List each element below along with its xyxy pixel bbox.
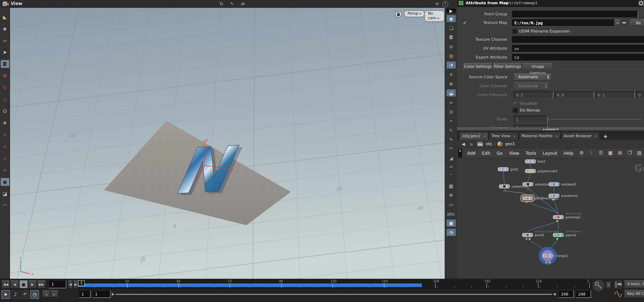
- network-node-font1[interactable]: font1: [525, 159, 545, 163]
- add-light-icon[interactable]: ✛: [446, 71, 456, 78]
- flipbook-icon[interactable]: ❏: [446, 24, 456, 31]
- export-attribute-input[interactable]: [512, 54, 644, 61]
- next-keyframe-button[interactable]: ▶: [50, 290, 58, 297]
- tab-color-settings[interactable]: Color Settings: [464, 63, 492, 70]
- viewer-light-icon[interactable]: ◔: [446, 229, 456, 236]
- curve-tool-icon[interactable]: ▱: [1, 36, 9, 44]
- audio-toggle-icon[interactable]: ♪: [11, 290, 20, 299]
- channel-scope-icon[interactable]: [614, 280, 622, 288]
- prim-normals-icon[interactable]: ◢: [446, 154, 456, 162]
- select-tool-icon[interactable]: ➤: [1, 48, 9, 56]
- breadcrumb-geo1[interactable]: geo1: [505, 142, 515, 146]
- select-mode-icon[interactable]: ➤: [1, 290, 10, 299]
- pane-tab-obj-geo1[interactable]: /obj/geo1×: [459, 132, 488, 140]
- pane-type-camera-icon[interactable]: [2, 1, 9, 7]
- wire-shade-icon[interactable]: ∞: [446, 99, 456, 106]
- viewport-lock-icon[interactable]: [395, 11, 402, 18]
- tree-view-icon[interactable]: ⋮: [588, 149, 594, 156]
- new-tab-button[interactable]: +: [600, 133, 611, 140]
- pane-menu-view[interactable]: View: [11, 1, 22, 6]
- default-light-icon[interactable]: ◔: [446, 61, 456, 69]
- menu-go[interactable]: Go: [496, 151, 503, 156]
- text-overlay-icon[interactable]: abc: [446, 210, 456, 217]
- character-tool-icon[interactable]: ❖: [1, 119, 9, 127]
- menu-layout[interactable]: Layout: [543, 151, 557, 156]
- tab-image-settings[interactable]: Image Settings: [523, 63, 553, 70]
- texture-channel-input[interactable]: [512, 36, 644, 43]
- network-scroll-nub[interactable]: ▲: [458, 149, 462, 158]
- help-icon[interactable]: ?: [442, 1, 448, 7]
- network-node-uvtexture1[interactable]: uvtexture1uv: [499, 184, 528, 193]
- model-tool-icon[interactable]: ◣: [1, 13, 9, 21]
- pane-tab-tree-view[interactable]: Tree View×: [489, 132, 518, 140]
- close-tab-icon[interactable]: ×: [555, 134, 558, 138]
- menu-help[interactable]: Help: [564, 151, 573, 156]
- uv-checker-icon[interactable]: ▩: [446, 182, 456, 189]
- gear-menu-icon[interactable]: [638, 0, 644, 6]
- texture-map-input[interactable]: [512, 19, 615, 26]
- global-end-field[interactable]: [575, 290, 591, 298]
- timeline[interactable]: 1 244872961201441681922162: [78, 280, 591, 289]
- go-to-start-button[interactable]: ◀◀: [1, 280, 10, 288]
- node-name-field[interactable]: attribfrommap1: [504, 1, 538, 5]
- lights-off-icon[interactable]: ⊘: [446, 43, 456, 50]
- headlight-icon[interactable]: ◍: [446, 52, 456, 59]
- close-tab-icon[interactable]: ×: [513, 134, 516, 138]
- prev-keyframe-button[interactable]: ◀: [42, 290, 50, 297]
- menu-add[interactable]: Add: [467, 151, 475, 156]
- node-connection-wire[interactable]: [528, 186, 558, 215]
- global-start-field[interactable]: [79, 290, 91, 298]
- current-frame-field[interactable]: [49, 280, 66, 288]
- pane-tab-asset-browser[interactable]: Asset Browser×: [561, 132, 600, 140]
- camera-overlay-icon[interactable]: ◎: [446, 108, 456, 115]
- background-image-icon[interactable]: ▣: [446, 219, 456, 227]
- network-node-pointvop1[interactable]: pointvop1Attribute VOP: [553, 212, 581, 222]
- grid-view-icon[interactable]: ⊞: [617, 149, 623, 156]
- node-connection-wire[interactable]: [528, 200, 558, 215]
- network-editor[interactable]: font1polyextrude1grid1uvtexture2uvmetaba…: [457, 158, 644, 279]
- close-tab-icon[interactable]: ×: [594, 134, 597, 138]
- sky-dome-icon[interactable]: ◠: [1, 202, 9, 209]
- grid-display-icon[interactable]: ▭: [446, 201, 456, 208]
- snap-point-icon[interactable]: ∩: [1, 154, 9, 162]
- realtime-toggle-icon[interactable]: ◷: [30, 290, 39, 299]
- play-button[interactable]: ▶: [28, 280, 37, 288]
- point-numbers-icon[interactable]: ¹²: [446, 145, 456, 152]
- go-to-end-button[interactable]: ▶▶: [37, 280, 46, 288]
- source-color-space-dropdown[interactable]: Automatic ▲▼: [514, 74, 551, 81]
- udim-checkbox[interactable]: [512, 29, 517, 34]
- windows-icon[interactable]: ❐: [626, 149, 633, 156]
- translate-tool-icon[interactable]: ✥: [1, 72, 9, 80]
- network-node-metaball1[interactable]: metaball1: [549, 182, 576, 186]
- pane-tab-material-palette[interactable]: Material Palette×: [519, 132, 560, 140]
- snap-grid-icon[interactable]: ∩: [1, 131, 9, 139]
- texture-map-dropdown[interactable]: ▾: [614, 19, 621, 26]
- prev-frame-button[interactable]: ◀: [10, 280, 19, 288]
- tools-icon[interactable]: ⚙: [578, 149, 585, 156]
- normals-icon[interactable]: ✻: [446, 192, 456, 199]
- projection-selector[interactable]: Persp ▾: [404, 10, 425, 17]
- scoped-channels-icon[interactable]: [614, 290, 622, 298]
- hook-marker-icon[interactable]: ↖: [446, 127, 456, 134]
- visibility-icon[interactable]: ◉: [446, 15, 456, 22]
- pane-menu-icon[interactable]: ▶: [446, 9, 456, 13]
- network-node-polyextrude1[interactable]: polyextrude1: [525, 169, 558, 173]
- nav-forward-icon[interactable]: ▶: [469, 142, 475, 147]
- range-slider-right-handle[interactable]: ◀: [553, 292, 556, 296]
- select-cursor-icon[interactable]: ↖: [228, 0, 236, 7]
- node-connection-wire[interactable]: [528, 173, 530, 182]
- point-group-input[interactable]: [512, 11, 638, 18]
- camera-move-icon[interactable]: ⇄: [239, 0, 247, 7]
- render-region-icon[interactable]: ◪: [1, 190, 9, 198]
- network-node-merge1[interactable]: merge1: [539, 247, 568, 265]
- display-options-icon[interactable]: ≡: [433, 0, 441, 7]
- ground-light-icon[interactable]: ⊕: [446, 80, 456, 87]
- visualize-check[interactable]: ✓: [513, 100, 517, 106]
- playhead-marker[interactable]: 1: [78, 280, 85, 286]
- playback-mode-icon[interactable]: ↶: [21, 290, 29, 299]
- close-tab-icon[interactable]: ×: [483, 134, 486, 138]
- rotate-tool-icon[interactable]: ↻: [1, 84, 9, 91]
- pin-marker-icon[interactable]: ✎: [446, 136, 456, 143]
- key-options-caret[interactable]: ▾: [606, 282, 611, 288]
- prim-numbers-icon[interactable]: ¹²: [446, 164, 456, 171]
